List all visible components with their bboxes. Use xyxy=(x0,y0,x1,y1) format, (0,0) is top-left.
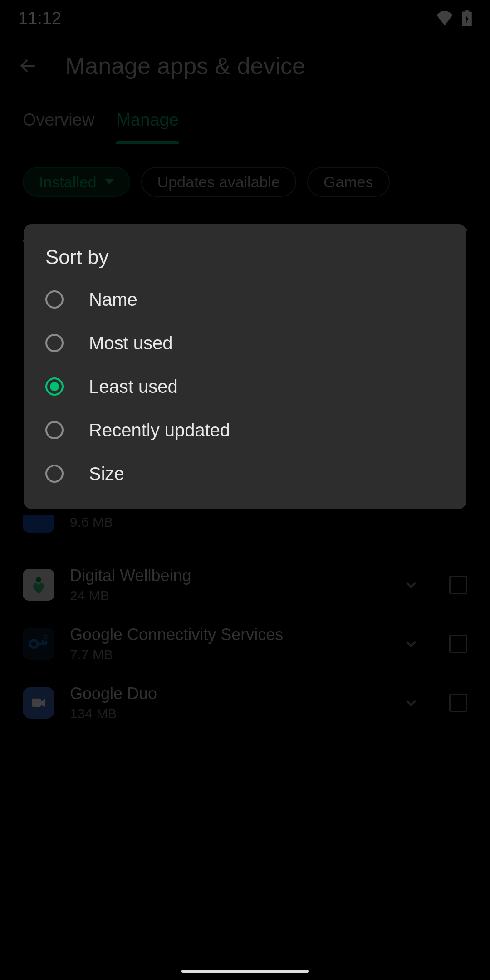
radio-icon xyxy=(45,334,64,352)
radio-icon xyxy=(45,421,64,439)
option-label: Least used xyxy=(89,377,178,397)
dialog-title: Sort by xyxy=(24,246,466,278)
sort-option-name[interactable]: Name xyxy=(24,278,466,321)
radio-icon xyxy=(45,290,64,309)
option-label: Recently updated xyxy=(89,420,230,441)
sort-option-most-used[interactable]: Most used xyxy=(24,321,466,365)
sort-option-least-used[interactable]: Least used xyxy=(24,365,466,408)
option-label: Name xyxy=(89,289,137,310)
option-label: Most used xyxy=(89,333,173,353)
sort-option-recently-updated[interactable]: Recently updated xyxy=(24,408,466,452)
radio-selected-icon xyxy=(45,377,64,396)
gesture-nav-indicator xyxy=(181,970,309,973)
sort-option-size[interactable]: Size xyxy=(24,452,466,495)
sort-dialog: Sort by Name Most used Least used Recent… xyxy=(24,224,466,509)
radio-icon xyxy=(45,465,64,483)
option-label: Size xyxy=(89,464,124,484)
